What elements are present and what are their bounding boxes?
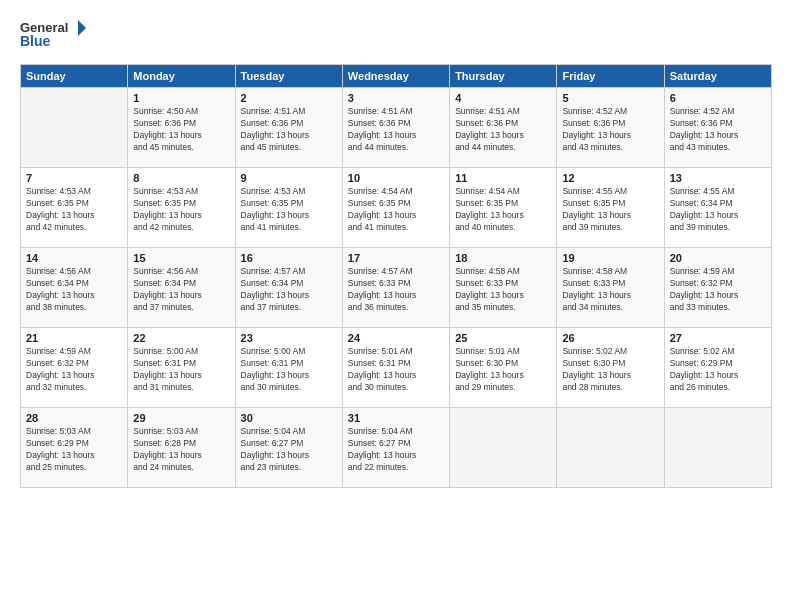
day-cell: 13Sunrise: 4:55 AMSunset: 6:34 PMDayligh…	[664, 168, 771, 248]
day-cell: 15Sunrise: 4:56 AMSunset: 6:34 PMDayligh…	[128, 248, 235, 328]
svg-text:Blue: Blue	[20, 33, 51, 49]
day-cell: 19Sunrise: 4:58 AMSunset: 6:33 PMDayligh…	[557, 248, 664, 328]
weekday-header-saturday: Saturday	[664, 65, 771, 88]
day-info: Sunrise: 4:57 AMSunset: 6:33 PMDaylight:…	[348, 266, 444, 314]
day-cell: 10Sunrise: 4:54 AMSunset: 6:35 PMDayligh…	[342, 168, 449, 248]
day-number: 4	[455, 92, 551, 104]
day-cell: 3Sunrise: 4:51 AMSunset: 6:36 PMDaylight…	[342, 88, 449, 168]
day-info: Sunrise: 4:58 AMSunset: 6:33 PMDaylight:…	[562, 266, 658, 314]
day-cell: 2Sunrise: 4:51 AMSunset: 6:36 PMDaylight…	[235, 88, 342, 168]
day-number: 12	[562, 172, 658, 184]
day-number: 10	[348, 172, 444, 184]
day-info: Sunrise: 5:03 AMSunset: 6:29 PMDaylight:…	[26, 426, 122, 474]
day-info: Sunrise: 4:52 AMSunset: 6:36 PMDaylight:…	[670, 106, 766, 154]
weekday-header-wednesday: Wednesday	[342, 65, 449, 88]
day-cell: 21Sunrise: 4:59 AMSunset: 6:32 PMDayligh…	[21, 328, 128, 408]
day-info: Sunrise: 4:54 AMSunset: 6:35 PMDaylight:…	[348, 186, 444, 234]
day-cell: 5Sunrise: 4:52 AMSunset: 6:36 PMDaylight…	[557, 88, 664, 168]
week-row-1: 1Sunrise: 4:50 AMSunset: 6:36 PMDaylight…	[21, 88, 772, 168]
day-info: Sunrise: 4:51 AMSunset: 6:36 PMDaylight:…	[455, 106, 551, 154]
day-number: 7	[26, 172, 122, 184]
day-number: 21	[26, 332, 122, 344]
day-info: Sunrise: 4:53 AMSunset: 6:35 PMDaylight:…	[26, 186, 122, 234]
day-cell: 9Sunrise: 4:53 AMSunset: 6:35 PMDaylight…	[235, 168, 342, 248]
day-number: 8	[133, 172, 229, 184]
day-cell: 23Sunrise: 5:00 AMSunset: 6:31 PMDayligh…	[235, 328, 342, 408]
day-info: Sunrise: 5:03 AMSunset: 6:28 PMDaylight:…	[133, 426, 229, 474]
day-cell	[21, 88, 128, 168]
day-number: 13	[670, 172, 766, 184]
day-cell: 17Sunrise: 4:57 AMSunset: 6:33 PMDayligh…	[342, 248, 449, 328]
day-number: 18	[455, 252, 551, 264]
day-number: 26	[562, 332, 658, 344]
day-info: Sunrise: 5:04 AMSunset: 6:27 PMDaylight:…	[348, 426, 444, 474]
day-number: 25	[455, 332, 551, 344]
day-info: Sunrise: 4:55 AMSunset: 6:34 PMDaylight:…	[670, 186, 766, 234]
weekday-header-thursday: Thursday	[450, 65, 557, 88]
day-cell: 26Sunrise: 5:02 AMSunset: 6:30 PMDayligh…	[557, 328, 664, 408]
day-info: Sunrise: 4:50 AMSunset: 6:36 PMDaylight:…	[133, 106, 229, 154]
day-cell: 6Sunrise: 4:52 AMSunset: 6:36 PMDaylight…	[664, 88, 771, 168]
svg-marker-2	[78, 20, 86, 36]
day-cell: 28Sunrise: 5:03 AMSunset: 6:29 PMDayligh…	[21, 408, 128, 488]
day-info: Sunrise: 4:55 AMSunset: 6:35 PMDaylight:…	[562, 186, 658, 234]
day-info: Sunrise: 4:59 AMSunset: 6:32 PMDaylight:…	[670, 266, 766, 314]
day-number: 30	[241, 412, 337, 424]
day-number: 6	[670, 92, 766, 104]
day-info: Sunrise: 4:56 AMSunset: 6:34 PMDaylight:…	[26, 266, 122, 314]
day-info: Sunrise: 5:04 AMSunset: 6:27 PMDaylight:…	[241, 426, 337, 474]
day-cell	[450, 408, 557, 488]
day-cell: 12Sunrise: 4:55 AMSunset: 6:35 PMDayligh…	[557, 168, 664, 248]
day-cell: 29Sunrise: 5:03 AMSunset: 6:28 PMDayligh…	[128, 408, 235, 488]
weekday-header-friday: Friday	[557, 65, 664, 88]
day-number: 23	[241, 332, 337, 344]
day-info: Sunrise: 4:53 AMSunset: 6:35 PMDaylight:…	[133, 186, 229, 234]
calendar-table: SundayMondayTuesdayWednesdayThursdayFrid…	[20, 64, 772, 488]
logo-svg: General Blue	[20, 16, 90, 56]
day-number: 11	[455, 172, 551, 184]
day-cell: 30Sunrise: 5:04 AMSunset: 6:27 PMDayligh…	[235, 408, 342, 488]
day-cell: 7Sunrise: 4:53 AMSunset: 6:35 PMDaylight…	[21, 168, 128, 248]
day-cell: 1Sunrise: 4:50 AMSunset: 6:36 PMDaylight…	[128, 88, 235, 168]
day-cell: 4Sunrise: 4:51 AMSunset: 6:36 PMDaylight…	[450, 88, 557, 168]
weekday-header-sunday: Sunday	[21, 65, 128, 88]
day-cell: 14Sunrise: 4:56 AMSunset: 6:34 PMDayligh…	[21, 248, 128, 328]
day-info: Sunrise: 5:00 AMSunset: 6:31 PMDaylight:…	[133, 346, 229, 394]
day-number: 5	[562, 92, 658, 104]
day-info: Sunrise: 5:01 AMSunset: 6:30 PMDaylight:…	[455, 346, 551, 394]
day-number: 1	[133, 92, 229, 104]
logo: General Blue	[20, 16, 90, 56]
weekday-header-monday: Monday	[128, 65, 235, 88]
day-cell: 27Sunrise: 5:02 AMSunset: 6:29 PMDayligh…	[664, 328, 771, 408]
day-info: Sunrise: 5:00 AMSunset: 6:31 PMDaylight:…	[241, 346, 337, 394]
day-cell	[664, 408, 771, 488]
day-cell: 11Sunrise: 4:54 AMSunset: 6:35 PMDayligh…	[450, 168, 557, 248]
day-info: Sunrise: 4:51 AMSunset: 6:36 PMDaylight:…	[348, 106, 444, 154]
day-number: 2	[241, 92, 337, 104]
day-number: 22	[133, 332, 229, 344]
day-number: 16	[241, 252, 337, 264]
day-cell: 31Sunrise: 5:04 AMSunset: 6:27 PMDayligh…	[342, 408, 449, 488]
day-info: Sunrise: 5:02 AMSunset: 6:29 PMDaylight:…	[670, 346, 766, 394]
day-number: 19	[562, 252, 658, 264]
week-row-4: 21Sunrise: 4:59 AMSunset: 6:32 PMDayligh…	[21, 328, 772, 408]
day-number: 31	[348, 412, 444, 424]
day-number: 27	[670, 332, 766, 344]
page: General Blue SundayMondayTuesdayWednesda…	[0, 0, 792, 612]
day-info: Sunrise: 4:53 AMSunset: 6:35 PMDaylight:…	[241, 186, 337, 234]
weekday-header-tuesday: Tuesday	[235, 65, 342, 88]
day-cell: 16Sunrise: 4:57 AMSunset: 6:34 PMDayligh…	[235, 248, 342, 328]
day-info: Sunrise: 4:58 AMSunset: 6:33 PMDaylight:…	[455, 266, 551, 314]
day-number: 29	[133, 412, 229, 424]
day-number: 17	[348, 252, 444, 264]
day-number: 9	[241, 172, 337, 184]
weekday-header-row: SundayMondayTuesdayWednesdayThursdayFrid…	[21, 65, 772, 88]
day-number: 14	[26, 252, 122, 264]
day-info: Sunrise: 4:59 AMSunset: 6:32 PMDaylight:…	[26, 346, 122, 394]
day-info: Sunrise: 4:54 AMSunset: 6:35 PMDaylight:…	[455, 186, 551, 234]
header: General Blue	[20, 16, 772, 56]
day-cell: 8Sunrise: 4:53 AMSunset: 6:35 PMDaylight…	[128, 168, 235, 248]
day-number: 28	[26, 412, 122, 424]
day-number: 15	[133, 252, 229, 264]
week-row-3: 14Sunrise: 4:56 AMSunset: 6:34 PMDayligh…	[21, 248, 772, 328]
